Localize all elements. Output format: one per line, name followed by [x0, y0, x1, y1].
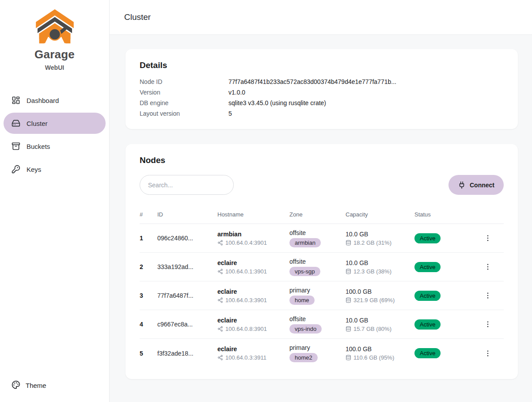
detail-row: Node ID 77f7a6487f41b233ac572ac83d00374b…	[140, 78, 504, 86]
detail-value: v1.0.0	[228, 89, 245, 96]
network-share-icon	[217, 240, 223, 246]
table-row: 5 f3f32ade18... eclaire 100.64.0.3:3911 …	[140, 339, 504, 368]
search-input[interactable]	[140, 175, 234, 195]
zone-cell: primary home	[289, 287, 346, 305]
col-header-num: #	[140, 211, 157, 218]
details-card: Details Node ID 77f7a6487f41b233ac572ac8…	[125, 49, 518, 129]
zone-name: primary	[289, 287, 310, 294]
row-actions-kebab-icon[interactable]	[482, 289, 494, 302]
nodes-card: Nodes Connect # ID Hostname	[125, 144, 518, 379]
status-cell: Active	[414, 291, 471, 301]
node-number: 1	[140, 235, 157, 242]
sidebar-item-label: Keys	[27, 166, 41, 173]
node-address: 100.64.0.3:3901	[225, 297, 267, 303]
node-capacity: 10.0 GB	[346, 231, 368, 238]
logo: Garage WebUI	[4, 6, 106, 76]
connect-button[interactable]: Connect	[448, 175, 504, 195]
zone-cell: offsite armbian	[289, 229, 346, 247]
database-icon	[346, 326, 351, 332]
status-cell: Active	[414, 262, 471, 272]
node-number: 5	[140, 350, 157, 357]
node-capacity: 100.0 GB	[346, 288, 372, 295]
dashboard-icon	[11, 96, 20, 105]
connect-label: Connect	[470, 182, 494, 189]
node-capacity: 10.0 GB	[346, 317, 368, 324]
node-used-line: 110.6 GB (95%)	[346, 354, 394, 361]
table-row: 2 333a192ad... eclaire 100.64.0.1:3901 o…	[140, 253, 504, 281]
table-row: 4 c9667ec8a... eclaire 100.64.0.8:3901 o…	[140, 310, 504, 339]
zone-tag-badge: armbian	[289, 238, 321, 247]
detail-value: sqlite3 v3.45.0 (using rusqlite crate)	[228, 99, 326, 107]
sidebar-spacer	[4, 180, 106, 376]
capacity-cell: 10.0 GB 18.2 GB (31%)	[346, 231, 414, 246]
sidebar-item-label: Dashboard	[27, 97, 59, 104]
zone-tag-badge: vps-sgp	[289, 267, 320, 276]
detail-row: DB engine sqlite3 v3.45.0 (using rusqlit…	[140, 99, 504, 107]
hostname-cell: armbian 100.64.0.4:3901	[217, 231, 289, 246]
node-hostname: eclaire	[217, 345, 237, 353]
hostname-cell: eclaire 100.64.0.3:3911	[217, 345, 289, 361]
col-header-hostname: Hostname	[217, 211, 289, 218]
node-address-line: 100.64.0.1:3901	[217, 268, 267, 275]
row-actions-kebab-icon[interactable]	[482, 232, 494, 244]
sidebar-item-keys[interactable]: Keys	[4, 159, 106, 180]
node-hostname: eclaire	[217, 288, 237, 295]
sidebar-item-cluster[interactable]: Cluster	[4, 113, 106, 134]
zone-cell: offsite vps-sgp	[289, 258, 346, 276]
col-header-id: ID	[157, 211, 217, 218]
sidebar-menu: Dashboard Cluster Buckets Keys	[4, 90, 106, 180]
table-row: 1 096c24860... armbian 100.64.0.4:3901 o…	[140, 224, 504, 253]
detail-row: Version v1.0.0	[140, 89, 504, 96]
status-badge: Active	[414, 262, 441, 272]
node-number: 3	[140, 292, 157, 299]
app-subtitle: WebUI	[45, 64, 64, 71]
table-body: 1 096c24860... armbian 100.64.0.4:3901 o…	[140, 224, 504, 368]
row-actions-kebab-icon[interactable]	[482, 347, 494, 360]
topbar: Cluster	[110, 0, 532, 35]
main-area: Cluster Details Node ID 77f7a6487f41b233…	[110, 0, 532, 402]
garage-logo-icon	[34, 9, 75, 46]
node-hostname: eclaire	[217, 317, 237, 324]
node-capacity: 100.0 GB	[346, 345, 372, 353]
status-cell: Active	[414, 348, 471, 358]
node-id: f3f32ade18...	[157, 350, 217, 357]
row-actions-kebab-icon[interactable]	[482, 318, 494, 330]
theme-button[interactable]: Theme	[4, 376, 106, 394]
page-title: Cluster	[124, 12, 151, 22]
node-hostname: eclaire	[217, 259, 237, 266]
sidebar-item-dashboard[interactable]: Dashboard	[4, 90, 106, 111]
app-window: Garage WebUI Dashboard Cluster Bucket	[0, 0, 532, 402]
node-used-line: 15.7 GB (80%)	[346, 326, 391, 332]
node-number: 4	[140, 321, 157, 328]
capacity-cell: 100.0 GB 110.6 GB (95%)	[346, 345, 414, 361]
palette-icon	[11, 380, 20, 391]
zone-tag-badge: vps-indo	[289, 324, 322, 334]
nodes-title: Nodes	[140, 155, 504, 165]
network-share-icon	[217, 269, 223, 274]
sidebar: Garage WebUI Dashboard Cluster Bucket	[0, 0, 110, 402]
network-share-icon	[217, 297, 223, 303]
node-address-line: 100.64.0.4:3901	[217, 239, 267, 246]
sidebar-item-label: Buckets	[27, 143, 50, 150]
node-address-line: 100.64.0.3:3901	[217, 297, 267, 303]
detail-value: 77f7a6487f41b233ac572ac83d00374b479d4e1e…	[228, 78, 396, 86]
database-icon	[346, 355, 351, 360]
zone-name: offsite	[289, 258, 306, 265]
node-used-line: 18.2 GB (31%)	[346, 239, 391, 246]
node-address-line: 100.64.0.3:3911	[217, 354, 266, 361]
detail-label: Version	[140, 89, 228, 96]
node-id: 096c24860...	[157, 235, 217, 242]
node-address-line: 100.64.0.8:3901	[217, 326, 267, 332]
node-id: c9667ec8a...	[157, 321, 217, 328]
hostname-cell: eclaire 100.64.0.1:3901	[217, 259, 289, 275]
detail-label: DB engine	[140, 99, 228, 107]
detail-label: Layout version	[140, 110, 228, 118]
database-icon	[346, 269, 351, 274]
database-icon	[346, 297, 351, 303]
status-badge: Active	[414, 291, 441, 301]
sidebar-item-buckets[interactable]: Buckets	[4, 136, 106, 157]
capacity-cell: 10.0 GB 12.3 GB (38%)	[346, 259, 414, 275]
theme-label: Theme	[26, 382, 46, 389]
row-actions-kebab-icon[interactable]	[482, 261, 494, 273]
col-header-status: Status	[414, 211, 471, 218]
